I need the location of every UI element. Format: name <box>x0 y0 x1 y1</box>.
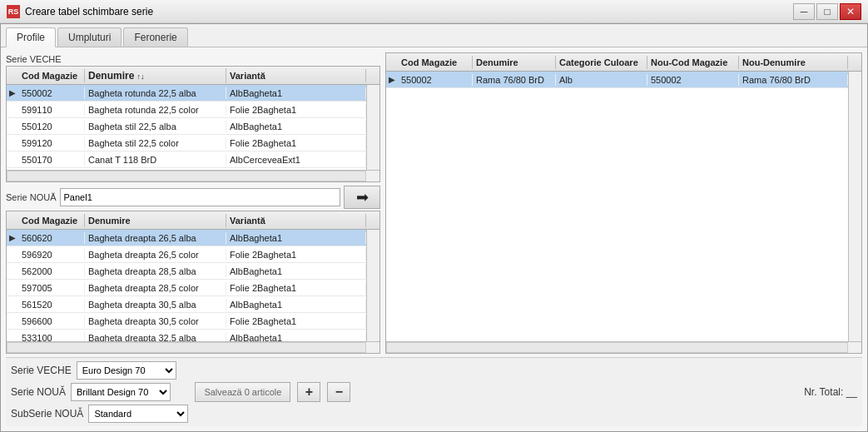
cell-nou-cod: 550002 <box>647 74 739 86</box>
cell-nou-denumire: Rama 76/80 BrD <box>739 74 848 86</box>
cell-varianta: AlbBagheta1 <box>226 266 366 277</box>
cell-cod: 596920 <box>18 249 85 261</box>
cell-denumire: Bagheta dreapta 28,5 alba <box>85 266 226 277</box>
subserie-noua-dropdown[interactable]: Standard <box>88 405 188 423</box>
cell-cod: 562000 <box>18 266 85 277</box>
close-button[interactable]: ✕ <box>840 3 861 20</box>
serie-veche-label: Serie VECHE <box>6 52 380 66</box>
cell-cod: 550002 <box>18 87 85 99</box>
noua-vert-scrollbar[interactable] <box>366 230 379 341</box>
cell-cod: 560620 <box>18 232 85 244</box>
table-row[interactable]: 533100 Bagheta dreapta 32,5 alba AlbBagh… <box>7 330 366 341</box>
veche-col-cod: Cod Magazie <box>18 69 85 82</box>
right-panel: Cod Magazie Denumire Categorie Culoare N… <box>385 52 862 354</box>
cell-cod: 597005 <box>18 282 85 294</box>
cell-denumire: Bagheta rotunda 22,5 color <box>85 104 226 116</box>
serie-veche-row: Serie VECHE Euro Design 70 <box>11 361 188 380</box>
subserie-noua-field-label: SubSerie NOUĂ <box>11 408 83 420</box>
noua-col-cod: Cod Magazie <box>18 214 85 227</box>
cell-denumire: Bagheta stil 22,5 alba <box>85 121 226 132</box>
serie-noua-row: Serie NOUĂ Brillant Design 70 <box>11 383 188 401</box>
serie-veche-grid: Cod Magazie Denumire ↑↓ Variantă <box>6 66 380 182</box>
app-icon: RS <box>7 5 20 18</box>
cell-varianta: AlbBagheta1 <box>226 332 366 342</box>
cell-varianta: AlbBagheta1 <box>226 121 366 132</box>
bottom-bar: Serie VECHE Euro Design 70 Serie NOUĂ Br… <box>6 357 862 426</box>
cell-cod: 599120 <box>18 137 85 149</box>
maximize-button[interactable]: □ <box>816 3 838 20</box>
subserie-noua-row: SubSerie NOUĂ Standard <box>11 405 188 423</box>
cell-varianta: Folie 2Bagheta1 <box>226 137 366 149</box>
cell-denumire: Bagheta rotunda 22,5 alba <box>85 87 226 99</box>
add-button[interactable]: + <box>297 382 320 402</box>
save-button[interactable]: Salveazä 0 articole <box>195 382 290 402</box>
cell-denumire: Bagheta dreapta 30,5 color <box>85 315 226 327</box>
right-panel-grid: Cod Magazie Denumire Categorie Culoare N… <box>385 52 862 354</box>
cell-varianta: Folie 2Bagheta1 <box>226 315 366 327</box>
serie-veche-field-label: Serie VECHE <box>11 365 72 376</box>
cell-varianta: Folie 2Bagheta1 <box>226 249 366 261</box>
serie-noua-header-row: Serie NOUĂ ➡ <box>6 186 380 209</box>
cell-cod: 550120 <box>18 121 85 132</box>
veche-col-varianta: Variantă <box>226 69 366 82</box>
table-row[interactable]: 599110 Bagheta rotunda 22,5 color Folie … <box>7 102 366 118</box>
table-row[interactable]: 550120 Bagheta stil 22,5 alba AlbBagheta… <box>7 118 366 135</box>
cell-cod: 599110 <box>18 104 85 116</box>
remove-button[interactable]: − <box>327 382 350 402</box>
content-area: Serie VECHE Cod Magazie Denumire ↑↓ Vari… <box>1 47 867 431</box>
table-row[interactable]: ▶ 550002 Rama 76/80 BrD Alb 550002 Rama … <box>386 72 848 88</box>
veche-vert-scrollbar[interactable] <box>366 85 379 170</box>
cell-denumire: Rama 76/80 BrD <box>473 74 556 86</box>
veche-grid-header: Cod Magazie Denumire ↑↓ Variantă <box>7 67 379 85</box>
tab-profile[interactable]: Profile <box>6 27 56 47</box>
table-row[interactable]: ▶ 550002 Bagheta rotunda 22,5 alba AlbBa… <box>7 85 366 102</box>
right-col-nou-cod: Nou-Cod Magazie <box>647 56 739 69</box>
right-vert-scrollbar[interactable] <box>848 72 861 341</box>
noua-grid-inner: ▶ 560620 Bagheta dreapta 26,5 alba AlbBa… <box>7 230 379 341</box>
sort-icon: ↑↓ <box>136 72 144 81</box>
window-controls: ─ □ ✕ <box>793 3 861 20</box>
cell-varianta: Folie 2Bagheta1 <box>226 104 366 116</box>
serie-noua-grid: Cod Magazie Denumire Variantă ▶ 560620 B… <box>6 211 380 354</box>
arrow-button[interactable]: ➡ <box>344 186 380 209</box>
veche-horiz-scrollbar[interactable] <box>7 170 379 181</box>
table-row[interactable]: 596920 Bagheta dreapta 26,5 color Folie … <box>7 246 366 263</box>
tab-feronerie[interactable]: Feronerie <box>123 27 187 47</box>
tab-umpluturi[interactable]: Umpluturi <box>57 27 122 47</box>
right-col-denumire: Denumire <box>473 56 556 69</box>
right-col-nou-denumire: Nou-Denumire <box>739 56 848 69</box>
right-grid-inner: ▶ 550002 Rama 76/80 BrD Alb 550002 Rama … <box>386 72 861 341</box>
cell-varianta: AlbBagheta1 <box>226 232 366 244</box>
top-panels: Serie VECHE Cod Magazie Denumire ↑↓ Vari… <box>6 52 862 354</box>
cell-cod: 550170 <box>18 154 85 166</box>
cell-cod: 596600 <box>18 315 85 327</box>
cell-cod: 533100 <box>18 332 85 342</box>
noua-col-denumire: Denumire <box>85 214 226 227</box>
table-row[interactable]: 599120 Bagheta stil 22,5 color Folie 2Ba… <box>7 135 366 151</box>
cell-denumire: Bagheta dreapta 28,5 color <box>85 282 226 294</box>
serie-noua-label: Serie NOUĂ <box>6 191 57 204</box>
veche-grid-main: ▶ 550002 Bagheta rotunda 22,5 alba AlbBa… <box>7 85 366 170</box>
right-col-cod: Cod Magazie <box>398 56 473 69</box>
cell-denumire: Bagheta stil 22,5 color <box>85 137 226 149</box>
table-row[interactable]: ▶ 560620 Bagheta dreapta 26,5 alba AlbBa… <box>7 230 366 246</box>
serie-noua-dropdown[interactable]: Brillant Design 70 <box>71 383 171 401</box>
table-row[interactable]: 562000 Bagheta dreapta 28,5 alba AlbBagh… <box>7 263 366 280</box>
table-row[interactable]: 596600 Bagheta dreapta 30,5 color Folie … <box>7 313 366 330</box>
serie-veche-section: Serie VECHE Cod Magazie Denumire ↑↓ Vari… <box>6 52 380 182</box>
noua-horiz-scrollbar[interactable] <box>7 341 379 353</box>
table-row[interactable]: 561520 Bagheta dreapta 30,5 alba AlbBagh… <box>7 296 366 313</box>
table-row[interactable]: 597005 Bagheta dreapta 28,5 color Folie … <box>7 280 366 296</box>
cell-denumire: Bagheta dreapta 26,5 color <box>85 249 226 261</box>
serie-veche-dropdown[interactable]: Euro Design 70 <box>77 361 176 380</box>
cell-denumire: Bagheta dreapta 32,5 alba <box>85 332 226 342</box>
cell-denumire: Bagheta dreapta 26,5 alba <box>85 232 226 244</box>
right-horiz-scrollbar[interactable] <box>386 341 861 353</box>
panel-name-input[interactable] <box>60 188 340 206</box>
veche-col-denumire: Denumire ↑↓ <box>85 68 226 83</box>
minimize-button[interactable]: ─ <box>793 3 815 20</box>
bottom-fields: Serie VECHE Euro Design 70 Serie NOUĂ Br… <box>11 361 188 423</box>
table-row[interactable]: 550170 Canat T 118 BrD AlbCerceveaExt1 <box>7 151 366 168</box>
cell-denumire: Canat T 118 BrD <box>85 154 226 166</box>
noua-grid-main: ▶ 560620 Bagheta dreapta 26,5 alba AlbBa… <box>7 230 366 341</box>
